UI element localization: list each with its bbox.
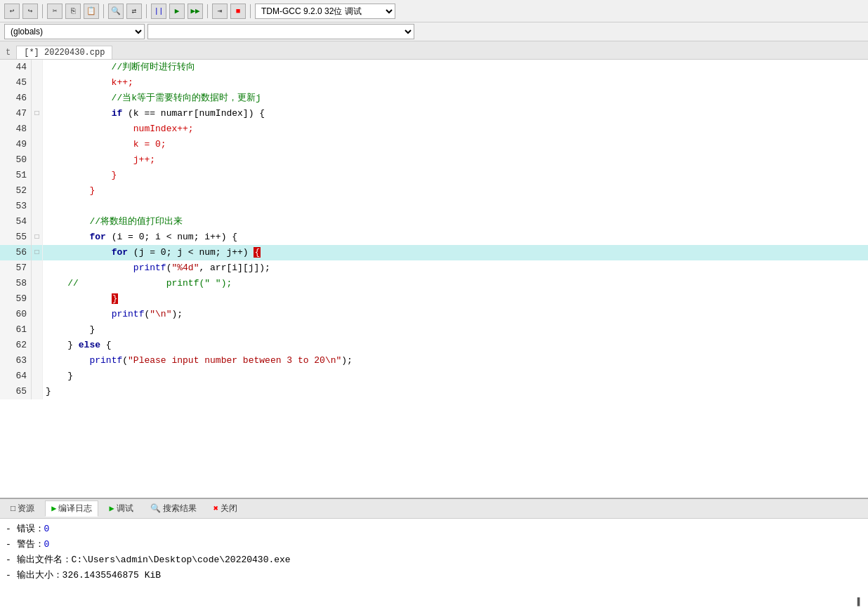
replace-button[interactable]: ⇄ <box>126 4 142 19</box>
file-tab[interactable]: [*] 20220430.cpp <box>16 46 112 59</box>
line-number: 56 <box>0 245 32 260</box>
fold-icon[interactable] <box>32 168 43 183</box>
list-item: - 输出文件名：C:\Users\admin\Desktop\code\2022… <box>6 552 862 568</box>
fold-icon[interactable] <box>32 214 43 230</box>
table-row: 57 printf("%4d", arr[i][j]); <box>0 260 868 276</box>
run-args-button[interactable]: ▶▶ <box>188 4 203 19</box>
fold-icon[interactable] <box>32 137 43 152</box>
bottom-panel: □ 资源 ▶ 编译日志 ▶ 调试 🔍 搜索结果 ✖ 关闭 - 错误：0 - 警告… <box>0 498 868 610</box>
output-size-label: - 输出大小： <box>6 570 63 581</box>
list-item: - 警告：0 <box>6 537 862 552</box>
table-row: 55 □ for (i = 0; i < num; i++) { <box>0 230 868 245</box>
fold-icon[interactable] <box>32 91 43 106</box>
line-number: 54 <box>0 214 32 230</box>
table-row: 59 } <box>0 291 868 307</box>
separator-4 <box>207 4 208 18</box>
copy-button[interactable]: ⎘ <box>65 4 81 19</box>
fold-icon[interactable] <box>32 291 43 307</box>
bottom-tab-bar: □ 资源 ▶ 编译日志 ▶ 调试 🔍 搜索结果 ✖ 关闭 <box>0 499 868 519</box>
table-row: 54 //将数组的值打印出来 <box>0 214 868 230</box>
line-number: 58 <box>0 276 32 291</box>
tab-debug[interactable]: ▶ 调试 <box>103 500 139 517</box>
fold-icon[interactable] <box>32 307 43 322</box>
line-number: 55 <box>0 230 32 245</box>
fold-icon[interactable] <box>32 322 43 338</box>
fold-icon[interactable] <box>32 75 43 91</box>
run-button[interactable]: ▶ <box>169 4 185 19</box>
line-number: 57 <box>0 260 32 276</box>
tab-search[interactable]: 🔍 搜索结果 <box>144 500 203 517</box>
code-content: } <box>43 168 868 183</box>
table-row: 56 □ for (j = 0; j < num; j++) { <box>0 245 868 260</box>
code-content: numIndex++; <box>43 121 868 137</box>
redo-button[interactable]: ↪ <box>22 4 38 19</box>
fold-icon[interactable] <box>32 183 43 199</box>
code-content: printf("%4d", arr[i][j]); <box>43 260 868 276</box>
fold-icon[interactable] <box>32 353 43 369</box>
table-row: 62 } else { <box>0 338 868 353</box>
tab-bar: t [*] 20220430.cpp <box>0 41 868 60</box>
tab-debug-label: 调试 <box>117 503 133 515</box>
tab-resources-label: 资源 <box>18 503 34 515</box>
tab-label: [*] 20220430.cpp <box>24 48 105 58</box>
find-button[interactable]: 🔍 <box>108 4 124 19</box>
fold-icon[interactable]: □ <box>32 245 43 260</box>
output-file-label: - 输出文件名： <box>6 555 72 565</box>
separator-2 <box>103 4 104 18</box>
compile-log-icon: ▶ <box>51 503 56 514</box>
code-content: } <box>43 322 868 338</box>
table-row: 52 } <box>0 183 868 199</box>
fold-icon[interactable] <box>32 260 43 276</box>
line-number: 65 <box>0 384 32 399</box>
line-number: 44 <box>0 60 32 75</box>
fold-icon[interactable] <box>32 60 43 75</box>
fold-icon[interactable] <box>32 338 43 353</box>
code-content: } <box>43 183 868 199</box>
toolbar: ↩ ↪ ✂ ⎘ 📋 🔍 ⇄ || ▶ ▶▶ ⇥ ■ TDM-GCC 9.2.0 … <box>0 0 868 22</box>
fold-icon[interactable] <box>32 199 43 214</box>
fold-icon[interactable] <box>32 384 43 399</box>
line-number: 59 <box>0 291 32 307</box>
fold-icon[interactable] <box>32 369 43 384</box>
cursor-indicator: ▌ <box>857 597 862 607</box>
output-size-value: 326.1435546875 KiB <box>63 570 161 581</box>
tab-close[interactable]: ✖ 关闭 <box>207 500 244 517</box>
step-into-button[interactable]: ⇥ <box>212 4 228 19</box>
fold-icon[interactable]: □ <box>32 230 43 245</box>
code-content: } <box>43 369 868 384</box>
line-number: 61 <box>0 322 32 338</box>
code-content: for (i = 0; i < num; i++) { <box>43 230 868 245</box>
line-number: 48 <box>0 121 32 137</box>
compiler-dropdown[interactable]: TDM-GCC 9.2.0 32位 调试 <box>255 4 395 19</box>
code-content: } <box>43 291 868 307</box>
table-row: 46 //当k等于需要转向的数据时，更新j <box>0 91 868 106</box>
paste-button[interactable]: 📋 <box>84 4 99 19</box>
code-area[interactable]: 44 //判断何时进行转向 45 k++; 46 //当k等于需要转向的数据时，… <box>0 60 868 498</box>
table-row: 58 // printf(" "); <box>0 276 868 291</box>
fold-icon[interactable] <box>32 121 43 137</box>
warning-value: 0 <box>44 539 50 550</box>
table-row: 51 } <box>0 168 868 183</box>
symbol-dropdown[interactable] <box>147 24 414 39</box>
tab-resources[interactable]: □ 资源 <box>4 500 41 517</box>
fold-icon[interactable]: □ <box>32 106 43 121</box>
cut-button[interactable]: ✂ <box>47 4 63 19</box>
tab-compile-log[interactable]: ▶ 编译日志 <box>45 500 98 517</box>
line-number: 52 <box>0 183 32 199</box>
fold-icon[interactable] <box>32 276 43 291</box>
stop-button[interactable]: ■ <box>230 4 246 19</box>
line-number: 47 <box>0 106 32 121</box>
code-editor: 44 //判断何时进行转向 45 k++; 46 //当k等于需要转向的数据时，… <box>0 60 868 498</box>
list-item: - 输出大小：326.1435546875 KiB <box>6 568 862 583</box>
code-content: k = 0; <box>43 137 868 152</box>
compile-button[interactable]: || <box>151 4 166 19</box>
code-content <box>43 199 868 214</box>
table-row: 49 k = 0; <box>0 137 868 152</box>
line-number: 64 <box>0 369 32 384</box>
fold-icon[interactable] <box>32 152 43 168</box>
scope-dropdown[interactable]: (globals) <box>4 24 145 39</box>
bottom-content: - 错误：0 - 警告：0 - 输出文件名：C:\Users\admin\Des… <box>0 519 868 610</box>
tab-close-label: 关闭 <box>221 503 237 515</box>
undo-button[interactable]: ↩ <box>4 4 20 19</box>
line-number: 45 <box>0 75 32 91</box>
